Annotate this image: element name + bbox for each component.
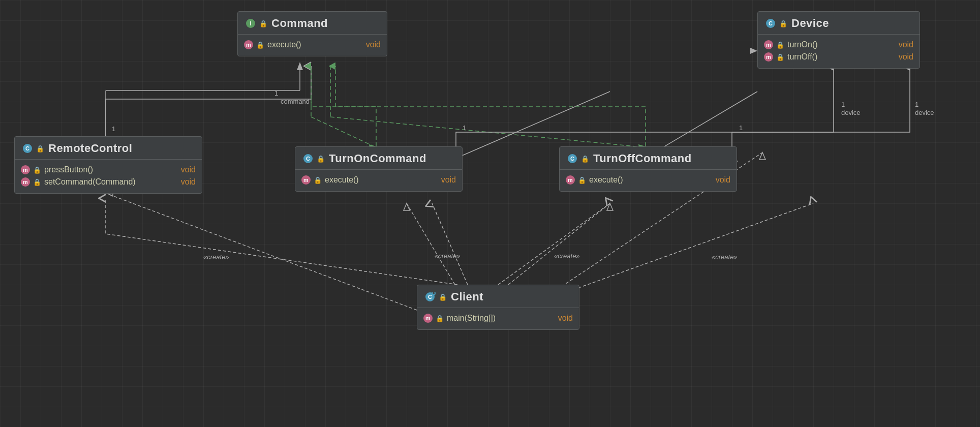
badge-c-tofc: C [568,154,577,163]
execute-name: execute() [267,40,301,49]
method-setcommand: m 🔒 setCommand(Command) void [21,176,196,188]
class-remote-control: C 🔒 RemoteControl m 🔒 pressButton() void… [14,136,202,194]
sc-name: setCommand(Command) [44,177,136,187]
svg-line-6 [311,117,376,147]
svg-line-18 [498,203,610,285]
svg-line-16 [407,203,455,285]
svg-line-9 [330,117,646,147]
method-execute-toc: m 🔒 execute() void [301,174,456,186]
svg-text:command: command [281,98,310,105]
svg-line-14 [106,193,417,310]
turnon-name: turnOn() [787,40,818,49]
class-rc-body: m 🔒 pressButton() void m 🔒 setCommand(Co… [15,160,202,193]
method-turnon: m 🔒 turnOn() void [764,39,913,51]
svg-text:1: 1 [915,101,918,108]
class-command: I 🔒 Command m 🔒 execute() void [237,11,387,56]
lock-icon-sc: 🔒 [33,178,41,186]
lock-icon-exec-tofc: 🔒 [578,176,586,184]
turnoff-name: turnOff() [787,52,817,62]
class-remote-header: C 🔒 RemoteControl [15,137,202,160]
class-turnoncommand: C 🔒 TurnOnCommand m 🔒 execute() void [295,146,463,192]
svg-text:«create»: «create» [554,252,580,260]
class-rc-title: RemoteControl [48,142,132,155]
class-device-header: C 🔒 Device [758,12,920,35]
lock-icon-rc: 🔒 [36,145,44,152]
svg-text:device: device [915,109,934,116]
class-command-title: Command [271,17,328,30]
class-client: C 🔒 Client m 🔒 main(String[]) void [417,285,579,330]
badge-m-pb: m [21,165,30,174]
lock-icon-turnon: 🔒 [776,41,784,49]
svg-text:1: 1 [739,124,743,132]
lock-icon-toc: 🔒 [317,155,325,163]
svg-text:device: device [841,109,861,116]
main-return: void [548,314,573,323]
svg-text:«create»: «create» [435,252,461,260]
badge-m-turnoff: m [764,52,773,62]
lock-icon-tofc: 🔒 [581,155,589,163]
class-device-body: m 🔒 turnOn() void m 🔒 turnOff() void [758,35,920,68]
lock-icon-device: 🔒 [779,20,787,27]
badge-interface: I [246,19,255,28]
svg-text:«create»: «create» [712,253,738,261]
class-client-title: Client [451,290,483,303]
main-name: main(String[]) [447,314,496,323]
badge-c-client: C [425,292,435,301]
turnoff-return: void [889,52,913,62]
badge-m-sc: m [21,177,30,187]
class-command-body: m 🔒 execute() void [238,35,387,56]
execute-return: void [356,40,381,49]
class-turnoffcommand: C 🔒 TurnOffCommand m 🔒 execute() void [559,146,737,192]
exec-tofc-return: void [706,175,730,185]
method-pressbutton: m 🔒 pressButton() void [21,164,196,176]
badge-c-device: C [766,19,775,28]
svg-marker-12 [750,48,757,54]
method-execute-command: m 🔒 execute() void [244,39,381,51]
pb-name: pressButton() [44,165,93,174]
class-toc-title: TurnOnCommand [329,152,426,165]
class-toc-body: m 🔒 execute() void [295,170,462,191]
turnon-return: void [889,40,913,49]
svg-marker-19 [607,203,613,210]
method-turnoff: m 🔒 turnOff() void [764,51,913,63]
class-client-header: C 🔒 Client [417,285,579,308]
lock-icon-command: 🔒 [259,20,267,27]
class-device-title: Device [791,17,829,30]
class-device: C 🔒 Device m 🔒 turnOn() void m 🔒 turnOff… [757,11,920,69]
badge-m-exec-toc: m [301,175,311,185]
lock-icon-execute: 🔒 [256,41,264,49]
lock-icon-exec-toc: 🔒 [314,176,322,184]
sc-return: void [171,177,196,187]
lock-icon-main: 🔒 [436,315,444,322]
badge-m-main: m [423,314,433,323]
method-execute-tofc: m 🔒 execute() void [566,174,730,186]
badge-c-toc: C [303,154,313,163]
svg-text:1: 1 [841,101,845,108]
class-command-header: I 🔒 Command [238,12,387,35]
lock-icon-pb: 🔒 [33,166,41,174]
badge-m-turnon: m [764,40,773,49]
exec-toc-name: execute() [325,175,359,185]
lock-icon-turnoff: 🔒 [776,53,784,61]
svg-marker-21 [759,152,765,160]
class-tofc-header: C 🔒 TurnOffCommand [560,147,737,170]
badge-m-exec-tofc: m [566,175,575,185]
exec-tofc-name: execute() [589,175,623,185]
svg-text:«create»: «create» [203,253,229,261]
class-tofc-title: TurnOffCommand [593,152,692,165]
badge-c-rc: C [23,144,32,153]
badge-m-execute: m [244,40,253,49]
class-tofc-body: m 🔒 execute() void [560,170,737,191]
svg-text:1: 1 [112,125,115,133]
class-toc-header: C 🔒 TurnOnCommand [295,147,462,170]
class-client-body: m 🔒 main(String[]) void [417,308,579,329]
method-main: m 🔒 main(String[]) void [423,312,573,324]
svg-marker-3 [297,62,303,70]
svg-text:1: 1 [274,89,278,97]
exec-toc-return: void [431,175,456,185]
svg-marker-17 [404,203,410,210]
pb-return: void [171,165,196,174]
svg-text:1: 1 [463,124,466,132]
lock-icon-client: 🔒 [439,293,447,301]
